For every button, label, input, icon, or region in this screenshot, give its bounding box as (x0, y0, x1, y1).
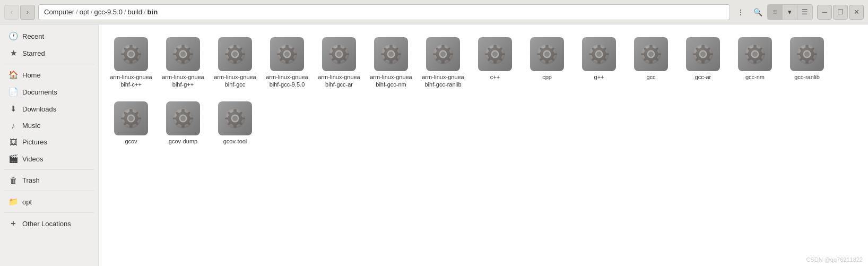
sidebar-label-trash: Trash (22, 176, 40, 184)
file-icon-f16 (166, 101, 200, 135)
sidebar-label-other-locations: Other Locations (22, 220, 71, 228)
music-icon: ♪ (8, 121, 18, 130)
sidebar-divider-1 (4, 64, 94, 64)
svg-point-32 (648, 52, 654, 57)
sidebar-item-home[interactable]: 🏠 Home (2, 67, 96, 83)
file-item-f7[interactable]: arm-linux-gnueabihf-gcc-ranlib (419, 33, 467, 93)
file-label-f8: c++ (490, 73, 500, 81)
file-item-f16[interactable]: gcov-dump (159, 97, 207, 149)
sidebar-item-pictures[interactable]: 🖼 Pictures (2, 134, 96, 150)
file-label-f1: arm-linux-gnueabihf-c++ (109, 73, 153, 89)
file-item-f3[interactable]: arm-linux-gnueabihf-gcc (211, 33, 259, 93)
file-label-f5: arm-linux-gnueabihf-gcc-ar (317, 73, 361, 89)
file-icon-f3 (218, 37, 252, 71)
sidebar-item-trash[interactable]: 🗑 Trash (2, 173, 96, 188)
sep2: / (91, 8, 93, 16)
maximize-button[interactable]: ☐ (833, 5, 848, 20)
sep3: / (124, 8, 126, 16)
svg-point-29 (596, 52, 602, 57)
sidebar-label-recent: Recent (22, 32, 44, 40)
file-icon-f7 (426, 37, 460, 71)
documents-icon: 📄 (8, 87, 18, 97)
list-view-button[interactable]: ≡ (768, 5, 783, 20)
sidebar-item-downloads[interactable]: ⬇ Downloads (2, 101, 96, 117)
close-icon: ✕ (854, 8, 860, 16)
sidebar-label-opt: opt (22, 198, 32, 206)
sep1: / (76, 8, 78, 16)
file-label-f10: g++ (594, 73, 604, 81)
more-button[interactable]: ⋮ (733, 5, 748, 20)
svg-point-44 (128, 116, 134, 121)
other-locations-icon: + (8, 219, 18, 228)
file-item-f8[interactable]: c++ (471, 33, 519, 93)
maximize-icon: ☐ (837, 8, 844, 16)
file-icon-f10 (582, 37, 616, 71)
file-item-f2[interactable]: arm-linux-gnueabihf-g++ (159, 33, 207, 93)
svg-point-11 (284, 52, 290, 57)
sidebar-item-videos[interactable]: 🎬 Videos (2, 151, 96, 167)
file-label-f9: cpp (542, 73, 552, 81)
file-item-f12[interactable]: gcc-ar (679, 33, 727, 93)
more-icon: ⋮ (737, 8, 744, 16)
sidebar-label-documents: Documents (22, 88, 57, 96)
svg-point-41 (804, 52, 810, 57)
breadcrumb-bar[interactable]: Computer / opt / gcc-9.5.0 / build / bin (38, 4, 730, 20)
forward-button[interactable]: › (20, 5, 35, 20)
sidebar: 🕐 Recent ★ Starred 🏠 Home 📄 Documents ⬇ … (0, 24, 99, 266)
sidebar-divider-4 (4, 212, 94, 213)
forward-icon: › (27, 8, 29, 16)
file-item-f5[interactable]: arm-linux-gnueabihf-gcc-ar (315, 33, 363, 93)
sidebar-item-documents[interactable]: 📄 Documents (2, 84, 96, 100)
opt-icon: 📁 (8, 197, 18, 207)
file-icon-f8 (478, 37, 512, 71)
file-item-f9[interactable]: cpp (523, 33, 571, 93)
file-item-f10[interactable]: g++ (575, 33, 623, 93)
sidebar-label-videos: Videos (22, 155, 44, 163)
svg-point-14 (336, 52, 342, 57)
nav-buttons: ‹ › (4, 5, 35, 20)
file-item-f17[interactable]: gcov-tool (211, 97, 259, 149)
svg-point-35 (700, 52, 706, 57)
svg-point-2 (128, 52, 134, 57)
list-view-icon: ≡ (773, 8, 777, 16)
compact-view-button[interactable]: ☰ (797, 5, 812, 20)
trash-icon: 🗑 (8, 176, 18, 185)
file-item-f13[interactable]: gcc-nm (731, 33, 779, 93)
file-label-f12: gcc-ar (695, 73, 711, 81)
file-item-f15[interactable]: gcov (107, 97, 155, 149)
file-label-f7: arm-linux-gnueabihf-gcc-ranlib (421, 73, 465, 89)
sidebar-item-recent[interactable]: 🕐 Recent (2, 28, 96, 44)
file-icon-f5 (322, 37, 356, 71)
compact-icon: ☰ (802, 8, 808, 16)
file-icon-f12 (686, 37, 720, 71)
sidebar-item-starred[interactable]: ★ Starred (2, 45, 96, 61)
sidebar-divider-3 (4, 191, 94, 191)
sidebar-label-downloads: Downloads (22, 105, 56, 113)
sidebar-item-other-locations[interactable]: + Other Locations (2, 216, 96, 231)
watermark: CSDN @qq76211822 (806, 256, 863, 263)
svg-point-5 (180, 52, 186, 57)
file-item-f14[interactable]: gcc-ranlib (783, 33, 831, 93)
breadcrumb-computer: Computer (44, 8, 74, 16)
file-label-f6: arm-linux-gnueabihf-gcc-nm (369, 73, 413, 89)
back-button[interactable]: ‹ (4, 5, 19, 20)
file-item-f11[interactable]: gcc (627, 33, 675, 93)
sidebar-label-starred: Starred (22, 49, 45, 57)
close-button[interactable]: ✕ (849, 5, 864, 20)
recent-icon: 🕐 (8, 31, 18, 41)
main-container: 🕐 Recent ★ Starred 🏠 Home 📄 Documents ⬇ … (0, 24, 868, 266)
svg-point-8 (232, 52, 238, 57)
minimize-button[interactable]: ─ (817, 5, 832, 20)
window-controls: ─ ☐ ✕ (817, 5, 864, 20)
svg-point-47 (180, 116, 186, 121)
file-item-f4[interactable]: arm-linux-gnueabihf-gcc-9.5.0 (263, 33, 311, 93)
sidebar-item-opt[interactable]: 📁 opt (2, 194, 96, 210)
dropdown-view-button[interactable]: ▾ (783, 5, 797, 20)
sidebar-item-music[interactable]: ♪ Music (2, 118, 96, 133)
file-item-f1[interactable]: arm-linux-gnueabihf-c++ (107, 33, 155, 93)
home-icon: 🏠 (8, 70, 18, 80)
file-item-f6[interactable]: arm-linux-gnueabihf-gcc-nm (367, 33, 415, 93)
breadcrumb-gcc: gcc-9.5.0 (94, 8, 122, 16)
view-toggle: ≡ ▾ ☰ (767, 4, 813, 20)
search-button[interactable]: 🔍 (750, 5, 765, 20)
